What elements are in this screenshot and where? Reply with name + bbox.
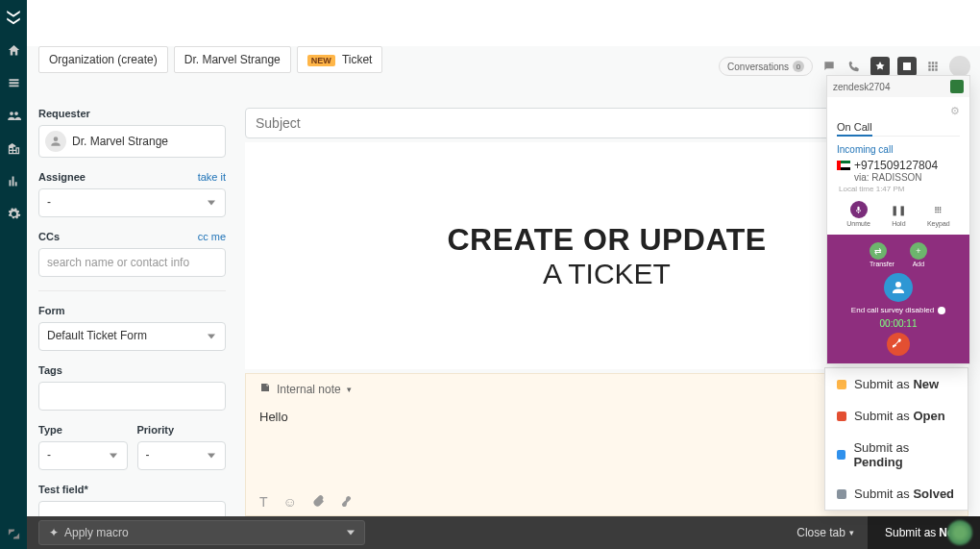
chevron-down-icon: ▾ xyxy=(849,528,854,537)
note-tab-label: Internal note xyxy=(277,383,341,396)
left-rail xyxy=(0,0,27,549)
tabs-row: Organization (create) Dr. Marvel Strange… xyxy=(38,46,382,73)
tab-organization[interactable]: Organization (create) xyxy=(38,46,168,73)
requester-avatar-icon xyxy=(45,131,66,152)
note-toolbar: T ☺ xyxy=(259,494,353,510)
survey-toggle[interactable] xyxy=(938,307,945,314)
tab-ticket[interactable]: NEW Ticket xyxy=(297,46,383,73)
call-timer: 00:00:11 xyxy=(835,318,962,329)
requester-name: Dr. Marvel Strange xyxy=(72,135,168,148)
ticket-form-panel: Requester Dr. Marvel Strange Assignee ta… xyxy=(38,108,226,549)
phone-icon[interactable] xyxy=(845,58,863,75)
macro-icon: ✦ xyxy=(49,526,59,539)
new-badge: NEW xyxy=(307,55,335,66)
app-icon-1[interactable] xyxy=(870,57,890,76)
unmute-button[interactable]: Unmute xyxy=(846,201,870,227)
priority-label: Priority xyxy=(137,424,227,436)
top-right-toolbar: Conversations 0 xyxy=(719,56,970,77)
requester-field[interactable]: Dr. Marvel Strange xyxy=(38,125,226,158)
submit-as-open[interactable]: Submit as Open xyxy=(825,400,968,432)
submit-as-solved[interactable]: Submit as Solved xyxy=(825,478,968,510)
priority-select[interactable]: - xyxy=(137,441,227,470)
type-select[interactable]: - xyxy=(38,441,128,470)
chat-icon[interactable] xyxy=(821,58,838,75)
note-icon xyxy=(259,382,271,396)
tab-person[interactable]: Dr. Marvel Strange xyxy=(174,46,291,73)
submit-menu: Submit as New Submit as Open Submit as P… xyxy=(824,367,968,511)
hangup-button[interactable] xyxy=(887,333,910,356)
conversations-label: Conversations xyxy=(727,62,789,72)
cc-me-link[interactable]: cc me xyxy=(198,231,226,242)
take-it-link[interactable]: take it xyxy=(198,171,226,183)
test-field-label: Test field* xyxy=(38,484,226,495)
hero-line2: A TICKET xyxy=(447,258,766,290)
bottom-bar: ✦ Apply macro Close tab ▾ Submit as New xyxy=(27,516,980,549)
link-icon[interactable] xyxy=(340,494,353,510)
reporting-icon[interactable] xyxy=(6,173,21,188)
user-avatar[interactable] xyxy=(949,56,970,77)
presenter-avatar xyxy=(947,520,972,545)
end-call-survey[interactable]: End call survey disabled xyxy=(835,306,962,314)
organizations-icon[interactable] xyxy=(6,140,21,156)
type-label: Type xyxy=(38,424,128,436)
app-icon-2[interactable] xyxy=(897,57,917,76)
apply-macro-select[interactable]: ✦ Apply macro xyxy=(38,520,365,545)
ccs-input[interactable] xyxy=(38,248,226,277)
assignee-label: Assignee take it xyxy=(38,171,226,183)
zendesk-z-icon[interactable] xyxy=(6,526,21,541)
call-widget-title: zendesk2704 xyxy=(833,82,891,92)
caller-phone: +971509127804 xyxy=(837,159,960,172)
requester-label: Requester xyxy=(38,108,226,119)
tags-label: Tags xyxy=(38,364,226,376)
chevron-down-icon: ▾ xyxy=(347,385,352,394)
call-active-panel: ⇄ Transfer + Add End call survey disable… xyxy=(827,235,969,363)
local-time: Local time 1:47 PM xyxy=(839,185,960,193)
home-icon[interactable] xyxy=(6,42,21,58)
ccs-label: CCs cc me xyxy=(38,231,226,242)
admin-icon[interactable] xyxy=(6,206,21,221)
conversations-pill[interactable]: Conversations 0 xyxy=(719,57,813,76)
add-button[interactable]: + Add xyxy=(910,242,927,267)
submit-as-new[interactable]: Submit as New xyxy=(825,368,968,400)
assignee-select[interactable]: - xyxy=(38,188,226,217)
apps-grid-icon[interactable] xyxy=(924,58,942,75)
incoming-call-label: Incoming call xyxy=(837,144,960,155)
views-icon[interactable] xyxy=(6,75,21,90)
attachment-icon[interactable] xyxy=(312,494,325,510)
emoji-icon[interactable]: ☺ xyxy=(283,494,297,510)
transfer-button[interactable]: ⇄ Transfer xyxy=(870,242,894,267)
hold-button[interactable]: ❚❚ Hold xyxy=(890,201,907,227)
submit-as-pending[interactable]: Submit as Pending xyxy=(825,432,968,478)
call-widget: zendesk2704 ⚙ On Call Incoming call +971… xyxy=(826,75,970,364)
keypad-button[interactable]: Keypad xyxy=(927,201,950,227)
caller-avatar-icon xyxy=(884,273,913,302)
tags-input[interactable] xyxy=(38,382,226,411)
gear-icon[interactable]: ⚙ xyxy=(837,105,960,117)
call-via: via: RADISSON xyxy=(854,172,960,183)
customers-icon[interactable] xyxy=(6,108,21,123)
form-select[interactable]: Default Ticket Form xyxy=(38,322,226,351)
zendesk-logo-icon xyxy=(5,8,22,25)
conversations-count: 0 xyxy=(793,61,804,72)
call-widget-app-icon[interactable] xyxy=(950,80,964,93)
form-label: Form xyxy=(38,305,226,316)
on-call-tab[interactable]: On Call xyxy=(837,121,872,137)
tab-ticket-label: Ticket xyxy=(342,53,373,66)
hero-line1: CREATE OR UPDATE xyxy=(447,222,766,258)
text-format-icon[interactable]: T xyxy=(259,494,268,510)
hero-overlay-text: CREATE OR UPDATE A TICKET xyxy=(447,222,766,290)
top-strip xyxy=(27,0,980,46)
call-widget-header: zendesk2704 xyxy=(827,76,969,97)
uae-flag-icon xyxy=(837,161,850,170)
close-tab-button[interactable]: Close tab ▾ xyxy=(783,526,868,539)
